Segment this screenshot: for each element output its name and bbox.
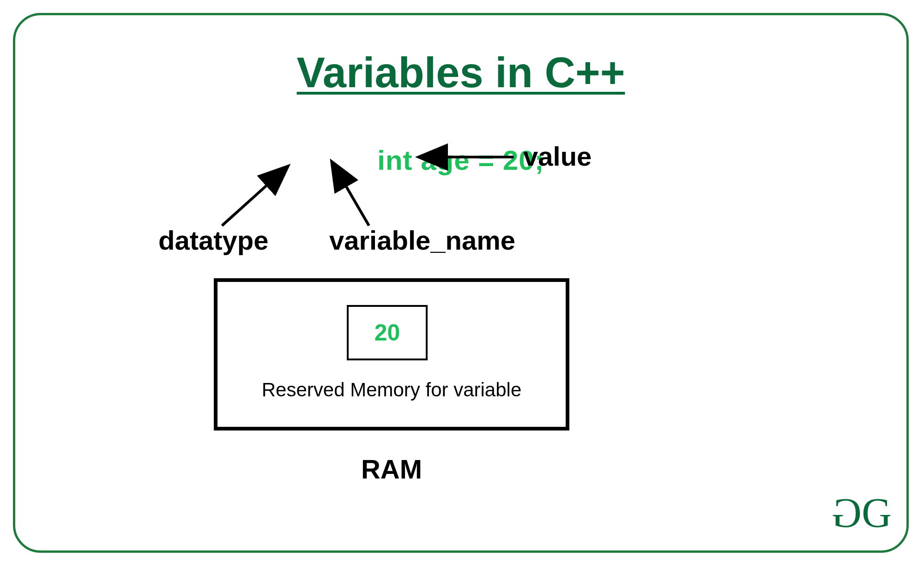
label-datatype: datatype xyxy=(158,225,269,256)
logo-left-glyph: G xyxy=(835,489,862,537)
stored-value-box: 20 xyxy=(347,305,428,360)
page-title: Variables in C++ xyxy=(15,48,906,97)
svg-line-2 xyxy=(222,182,270,226)
ram-memory-box: 20 Reserved Memory for variable xyxy=(214,278,569,430)
label-value: value xyxy=(523,141,592,172)
reserved-memory-caption: Reserved Memory for variable xyxy=(217,379,566,401)
label-variable-name: variable_name xyxy=(329,225,515,256)
logo-right-glyph: G xyxy=(862,490,888,536)
ram-label: RAM xyxy=(15,454,768,484)
svg-line-3 xyxy=(344,182,369,226)
brand-logo: GG xyxy=(835,489,888,537)
diagram-frame: Variables in C++ int age = 20; value dat… xyxy=(13,13,909,553)
code-declaration: int age = 20; xyxy=(15,144,906,176)
